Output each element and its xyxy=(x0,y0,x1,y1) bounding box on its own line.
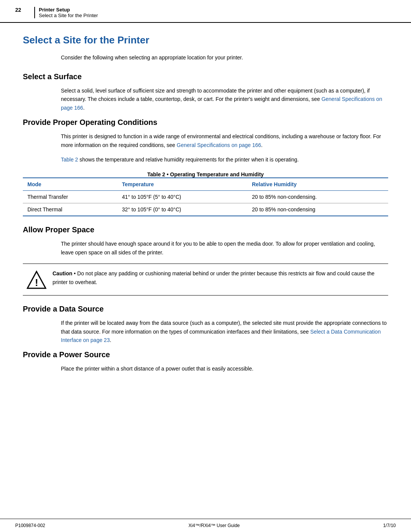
page: 22 Printer Setup Select a Site for the P… xyxy=(0,0,411,532)
caution-body: Do not place any padding or cushioning m… xyxy=(53,270,374,285)
main-title: Select a Site for the Printer xyxy=(23,34,388,46)
data-source-body: If the printer will be located away from… xyxy=(61,319,388,344)
content: Select a Site for the Printer Consider t… xyxy=(0,23,411,402)
select-surface-body: Select a solid, level surface of suffici… xyxy=(61,86,388,112)
proper-conditions-text2-post: shows the temperature and relative humid… xyxy=(78,157,299,163)
col-header-temperature: Temperature xyxy=(117,178,247,191)
caution-text: Caution • Do not place any padding or cu… xyxy=(53,269,384,286)
general-specs-link-2[interactable]: General Specifications on page 166 xyxy=(177,142,261,148)
intro-paragraph: Consider the following when selecting an… xyxy=(61,54,388,62)
table-cell: 20 to 85% non-condensing xyxy=(247,203,388,216)
header-bar: 22 Printer Setup Select a Site for the P… xyxy=(0,0,411,23)
select-surface-end: . xyxy=(83,105,84,111)
proper-conditions-text1-end: . xyxy=(261,142,263,148)
warning-triangle-icon: ! xyxy=(27,270,46,290)
proper-conditions-body1: This printer is designed to function in … xyxy=(61,132,388,149)
data-source-heading: Provide a Data Source xyxy=(23,305,388,313)
allow-space-heading: Allow Proper Space xyxy=(23,225,388,234)
footer: P1009874-002 Xi4™/RXi4™ User Guide 1/7/1… xyxy=(0,519,411,532)
table-row: Direct Thermal32° to 105°F (0° to 40°C)2… xyxy=(23,203,388,216)
svg-text:!: ! xyxy=(35,277,38,288)
col-header-mode: Mode xyxy=(23,178,117,191)
header-divider xyxy=(34,7,35,18)
header-text: Printer Setup Select a Site for the Prin… xyxy=(39,7,98,18)
header-page-number: 22 xyxy=(15,7,30,13)
table-cell: 32° to 105°F (0° to 40°C) xyxy=(117,203,247,216)
table-row: Thermal Transfer41° to 105°F (5° to 40°C… xyxy=(23,191,388,203)
table2-link[interactable]: Table 2 xyxy=(61,157,78,163)
footer-left: P1009874-002 xyxy=(15,523,45,528)
select-surface-heading: Select a Surface xyxy=(23,72,388,81)
header-chapter: Printer Setup xyxy=(39,7,98,13)
table-header-row: Mode Temperature Relative Humidity xyxy=(23,178,388,191)
proper-conditions-body2: Table 2 shows the temperature and relati… xyxy=(61,155,388,164)
table-cell: 41° to 105°F (5° to 40°C) xyxy=(117,191,247,203)
data-source-end: . xyxy=(110,337,111,343)
header-section: Select a Site for the Printer xyxy=(39,13,98,18)
table-cell: 20 to 85% non-condensing. xyxy=(247,191,388,203)
caution-icon: ! xyxy=(27,270,46,290)
footer-center: Xi4™/RXi4™ User Guide xyxy=(188,523,240,528)
table-cell: Direct Thermal xyxy=(23,203,117,216)
col-header-humidity: Relative Humidity xyxy=(247,178,388,191)
table-cell: Thermal Transfer xyxy=(23,191,117,203)
caution-label: Caution xyxy=(53,270,72,276)
allow-space-body: The printer should have enough space aro… xyxy=(61,240,388,257)
proper-conditions-heading: Provide Proper Operating Conditions xyxy=(23,118,388,127)
caution-dot: • xyxy=(72,270,77,276)
table-caption: Table 2 • Operating Temperature and Humi… xyxy=(23,171,388,177)
caution-box: ! Caution • Do not place any padding or … xyxy=(23,264,388,296)
power-source-body: Place the printer within a short distanc… xyxy=(61,364,388,373)
power-source-heading: Provide a Power Source xyxy=(23,350,388,359)
footer-right: 1/7/10 xyxy=(383,523,396,528)
operating-conditions-table: Mode Temperature Relative Humidity Therm… xyxy=(23,177,388,216)
